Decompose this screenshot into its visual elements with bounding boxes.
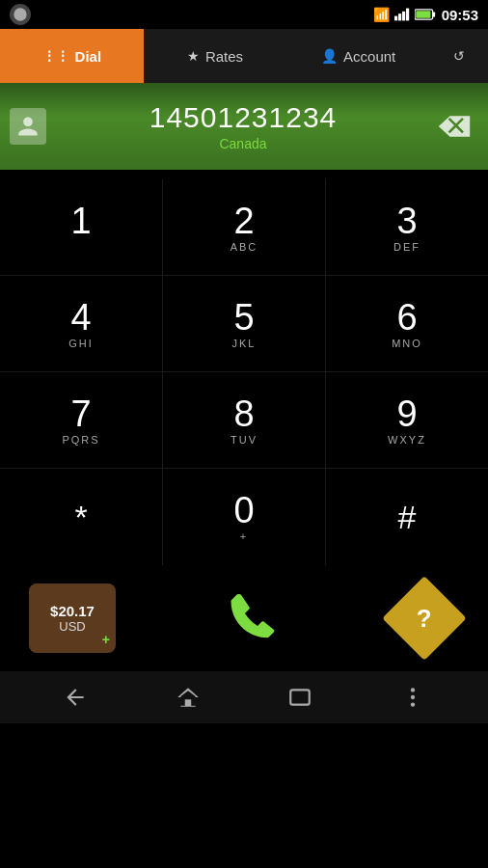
key-4[interactable]: 4 GHI <box>0 276 163 371</box>
key-5[interactable]: 5 JKL <box>163 276 326 371</box>
key-hash[interactable]: # <box>326 469 488 565</box>
key-1-num: 1 <box>70 203 91 239</box>
key-1[interactable]: 1 <box>0 179 163 275</box>
help-diamond-icon: ? <box>382 576 467 661</box>
key-4-letters: GHI <box>68 338 94 349</box>
key-8-num: 8 <box>233 395 254 432</box>
keypad-row-1: 1 2 ABC 3 DEF <box>0 179 488 276</box>
help-button[interactable]: ? <box>390 583 459 653</box>
nav-recents-button[interactable] <box>281 678 319 717</box>
keypad-row-3: 7 PQRS 8 TUV 9 WXYZ <box>0 372 488 469</box>
bottom-actions: $20.17 USD + ? <box>0 565 488 671</box>
dial-input-area: 14501231234 Canada <box>0 83 488 170</box>
key-2-letters: ABC <box>230 241 258 253</box>
key-5-letters: JKL <box>232 338 257 349</box>
key-8-letters: TUV <box>230 434 258 446</box>
grid-icon: ⋮⋮ <box>42 48 69 64</box>
key-9-num: 9 <box>396 395 417 432</box>
tab-bar: ⋮⋮ Dial ★ Rates 👤 Account ↺ <box>0 29 488 83</box>
nav-bar <box>0 671 488 723</box>
key-2[interactable]: 2 ABC <box>163 179 326 275</box>
tab-dial[interactable]: ⋮⋮ Dial <box>0 29 144 83</box>
key-5-num: 5 <box>233 299 254 336</box>
svg-rect-4 <box>406 9 409 21</box>
help-label: ? <box>417 603 432 633</box>
status-time: 09:53 <box>442 7 478 23</box>
key-0[interactable]: 0 + <box>163 469 326 565</box>
key-0-letters: + <box>240 530 248 542</box>
svg-rect-7 <box>416 11 430 18</box>
key-3[interactable]: 3 DEF <box>326 179 488 275</box>
status-bar: 📶 09:53 <box>0 0 488 29</box>
nav-back-button[interactable] <box>56 678 95 717</box>
call-button[interactable] <box>218 583 287 653</box>
tab-recents[interactable]: ↺ <box>430 29 488 83</box>
status-icons: 📶 <box>373 7 436 22</box>
tab-dial-label: Dial <box>75 48 102 65</box>
tag-icon: ★ <box>187 48 200 64</box>
key-8[interactable]: 8 TUV <box>163 372 326 468</box>
key-3-num: 3 <box>396 203 417 239</box>
call-icon <box>224 589 282 647</box>
svg-rect-8 <box>291 690 311 704</box>
back-icon <box>63 685 88 710</box>
battery-icon <box>415 9 436 20</box>
key-7-letters: PQRS <box>62 434 99 446</box>
contact-icon <box>10 108 46 145</box>
key-2-num: 2 <box>233 203 254 239</box>
dial-location: Canada <box>219 136 266 151</box>
tab-account-label: Account <box>343 48 395 65</box>
key-4-num: 4 <box>70 299 91 336</box>
home-icon <box>176 685 201 710</box>
key-7-num: 7 <box>70 395 91 432</box>
svg-point-10 <box>411 695 415 699</box>
tab-rates-label: Rates <box>205 48 243 65</box>
key-hash-num: # <box>398 501 417 533</box>
app-icon <box>10 4 31 25</box>
key-6-num: 6 <box>396 299 417 336</box>
wallet-add-icon: + <box>102 632 110 647</box>
key-0-num: 0 <box>233 492 254 529</box>
keypad-row-2: 4 GHI 5 JKL 6 MNO <box>0 276 488 372</box>
person-icon: 👤 <box>321 48 338 64</box>
key-9[interactable]: 9 WXYZ <box>326 372 488 468</box>
nav-more-button[interactable] <box>393 678 432 717</box>
key-7[interactable]: 7 PQRS <box>0 372 163 468</box>
svg-point-11 <box>411 702 415 706</box>
keypad: 1 2 ABC 3 DEF 4 GHI 5 JKL 6 MNO 7 PQRS <box>0 170 488 565</box>
key-1-letters <box>78 241 83 253</box>
wallet-button[interactable]: $20.17 USD + <box>29 583 116 653</box>
key-9-letters: WXYZ <box>388 434 426 446</box>
svg-rect-3 <box>402 12 405 21</box>
svg-point-0 <box>14 8 26 20</box>
svg-rect-2 <box>398 14 401 20</box>
dial-number-wrap: 14501231234 Canada <box>56 101 430 151</box>
key-3-letters: DEF <box>393 241 420 253</box>
backspace-button[interactable] <box>430 102 478 150</box>
more-icon <box>400 685 425 710</box>
key-star[interactable]: * <box>0 469 163 565</box>
recents-icon <box>287 685 312 710</box>
svg-point-9 <box>411 688 415 692</box>
svg-rect-6 <box>432 12 435 16</box>
tab-account[interactable]: 👤 Account <box>286 29 430 83</box>
key-6-letters: MNO <box>392 338 422 349</box>
nav-home-button[interactable] <box>169 678 207 717</box>
dial-number[interactable]: 14501231234 <box>149 101 338 134</box>
svg-rect-1 <box>394 16 397 21</box>
wallet-currency: USD <box>59 619 85 634</box>
wifi-icon: 📶 <box>373 7 390 22</box>
key-star-num: * <box>74 501 87 533</box>
wallet-amount: $20.17 <box>50 603 95 619</box>
keypad-row-4: * 0 + # <box>0 469 488 565</box>
tab-rates[interactable]: ★ Rates <box>144 29 287 83</box>
clock-icon: ↺ <box>453 48 465 64</box>
key-6[interactable]: 6 MNO <box>326 276 488 371</box>
signal-icon <box>394 8 410 21</box>
